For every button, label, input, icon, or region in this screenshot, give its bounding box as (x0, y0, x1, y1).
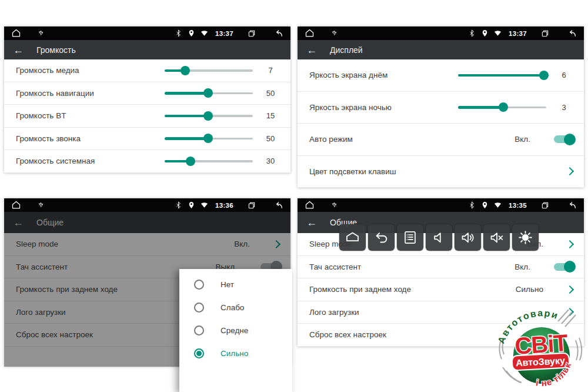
recents-icon[interactable] (248, 29, 256, 38)
row-label: Громкость навигации (16, 89, 165, 98)
slider-value: 15 (260, 111, 281, 120)
slider-fill (165, 115, 208, 118)
radio-option[interactable]: Средне (179, 319, 292, 342)
slider-value: 50 (260, 89, 281, 98)
volume-mute-button[interactable] (483, 224, 510, 251)
wifi-icon (201, 29, 208, 37)
back-button[interactable] (368, 224, 395, 251)
header-back-icon[interactable]: ← (13, 45, 24, 55)
bluetooth-icon (175, 29, 182, 37)
slider-fill (458, 74, 544, 77)
radio-selected-icon (194, 348, 204, 358)
row-label: Громкость при заднем ходе (309, 285, 516, 294)
home-icon[interactable] (305, 200, 315, 210)
usb-icon (331, 29, 338, 37)
settings-row[interactable]: Громкость медиа7 (4, 59, 290, 82)
recents-icon[interactable] (541, 201, 549, 210)
page-title: Дисплей (330, 45, 363, 55)
brightness-icon (517, 230, 533, 245)
bluetooth-icon (175, 201, 182, 209)
settings-row[interactable]: Громкость при заднем ходеСильно (298, 278, 584, 301)
home-button[interactable] (339, 224, 366, 251)
slider[interactable] (458, 70, 546, 81)
slider-thumb[interactable] (203, 88, 213, 98)
home-icon (345, 230, 360, 245)
row-label: Громкость медиа (16, 66, 165, 75)
slider-value: 6 (553, 71, 574, 79)
wifi-icon (494, 201, 502, 209)
row-label: Цвет подсветки клавиш (309, 167, 567, 176)
recents-icon[interactable] (541, 29, 549, 38)
back-icon[interactable] (274, 29, 283, 38)
slider[interactable] (165, 88, 253, 98)
slider-value: 30 (260, 157, 281, 165)
back-icon[interactable] (274, 201, 283, 210)
list-button[interactable] (397, 224, 423, 251)
radio-option-label: Нет (220, 280, 234, 289)
header-back-icon[interactable]: ← (306, 217, 317, 228)
volume-up-icon (460, 230, 476, 245)
slider-thumb[interactable] (499, 102, 508, 112)
status-bar: 13:35 (298, 198, 584, 212)
slider[interactable] (165, 133, 253, 144)
slider-value: 7 (260, 66, 281, 75)
bluetooth-icon (468, 29, 476, 37)
slider-fill (165, 137, 208, 140)
bluetooth-icon (468, 201, 476, 209)
radio-option[interactable]: Нет (179, 273, 292, 296)
slider[interactable] (165, 65, 253, 76)
status-bar: 13:37 (4, 26, 290, 40)
home-icon[interactable] (11, 28, 21, 38)
settings-row[interactable]: Громкость навигации50 (4, 82, 290, 105)
row-value: Вкл. (514, 263, 530, 271)
brightness-button[interactable] (512, 224, 539, 251)
toggle-switch[interactable] (554, 135, 574, 143)
slider[interactable] (165, 111, 253, 121)
settings-row[interactable]: Яркость экрана днём6 (298, 59, 584, 92)
recents-icon[interactable] (248, 201, 256, 210)
location-icon (188, 29, 195, 37)
volume-up-button[interactable] (455, 224, 481, 251)
radio-option[interactable]: Слабо (179, 296, 292, 319)
usb-icon (38, 29, 44, 37)
home-icon[interactable] (11, 200, 21, 210)
slider-thumb[interactable] (186, 157, 195, 166)
toggle-switch[interactable] (554, 263, 574, 271)
slider-thumb[interactable] (203, 134, 213, 143)
settings-row[interactable]: Тач ассистентВкл. (298, 256, 584, 279)
settings-row[interactable]: Громкость системная30 (4, 150, 290, 173)
volume-down-icon (431, 230, 447, 245)
wifi-icon (494, 29, 502, 37)
location-icon (481, 201, 489, 209)
location-icon (481, 29, 489, 37)
slider-fill (458, 106, 503, 109)
status-time: 13:35 (509, 202, 527, 209)
settings-row[interactable]: Яркость экрана ночью3 (298, 92, 584, 124)
volume-down-button[interactable] (426, 224, 452, 251)
settings-row[interactable]: Громкость звонка50 (4, 128, 290, 151)
slider-thumb[interactable] (181, 66, 190, 75)
back-icon[interactable] (567, 201, 577, 210)
slider-thumb[interactable] (539, 71, 549, 80)
home-icon[interactable] (305, 28, 315, 38)
row-label: Громкость звонка (16, 134, 165, 143)
settings-row[interactable]: Авто режимВкл. (298, 124, 584, 156)
settings-row[interactable]: Громкость BT15 (4, 105, 290, 128)
panel-volume: 13:37 ← Громкость Громкость медиа7Громко… (4, 26, 290, 173)
slider[interactable] (165, 156, 253, 167)
back-icon (373, 230, 389, 245)
radio-icon (194, 280, 204, 290)
slider-thumb[interactable] (203, 111, 213, 121)
row-value: Сильно (516, 285, 543, 294)
slider[interactable] (458, 102, 546, 112)
radio-option-label: Средне (220, 326, 248, 335)
page-title: Громкость (36, 45, 76, 55)
toggle-knob (564, 261, 576, 273)
chevron-right-icon (566, 285, 574, 294)
settings-row[interactable]: Цвет подсветки клавиш (298, 156, 584, 188)
radio-option[interactable]: Сильно (179, 342, 292, 365)
usb-icon (331, 201, 338, 209)
radio-option-label: Слабо (220, 303, 244, 312)
header-back-icon[interactable]: ← (306, 45, 317, 55)
back-icon[interactable] (567, 29, 577, 38)
